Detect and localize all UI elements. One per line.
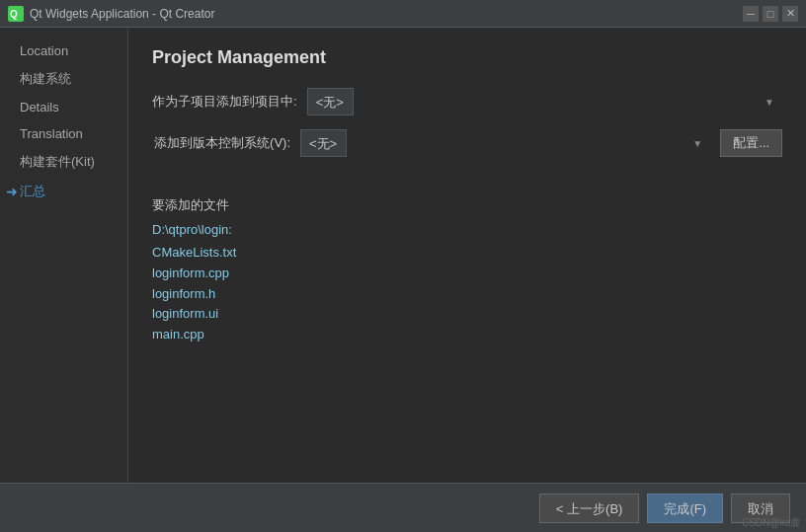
config-button[interactable]: 配置...: [720, 129, 782, 157]
title-bar-left: Q Qt Widgets Application - Qt Creator: [8, 6, 214, 22]
subproject-select-wrapper: <无>: [307, 88, 782, 115]
window-title: Qt Widgets Application - Qt Creator: [30, 7, 214, 21]
main-container: Location 构建系统 Details Translation 构建套件(K…: [0, 28, 806, 483]
form-row-1: 作为子项目添加到项目中: <无>: [152, 88, 782, 115]
maximize-button[interactable]: □: [763, 6, 778, 22]
sidebar-item-build-system[interactable]: 构建系统: [0, 64, 127, 94]
sidebar-item-label: 构建系统: [20, 70, 71, 88]
subproject-select[interactable]: <无>: [307, 88, 354, 115]
prev-button[interactable]: < 上一步(B): [539, 494, 640, 523]
sidebar-item-translation[interactable]: Translation: [0, 120, 127, 147]
sidebar-item-label: Location: [20, 43, 68, 58]
sidebar: Location 构建系统 Details Translation 构建套件(K…: [0, 28, 128, 483]
minimize-button[interactable]: ─: [743, 6, 759, 22]
list-item: loginform.cpp: [152, 264, 782, 284]
sidebar-item-location[interactable]: Location: [0, 38, 127, 64]
form-label-1: 作为子项目添加到项目中:: [152, 93, 297, 111]
app-icon: Q: [8, 6, 24, 22]
files-section: 要添加的文件 D:\qtpro\login: CMakeLists.txt lo…: [152, 196, 782, 345]
vcs-select[interactable]: <无>: [300, 129, 347, 157]
sidebar-item-details[interactable]: Details: [0, 94, 127, 120]
current-arrow-icon: ➜: [6, 184, 18, 199]
sidebar-item-kit[interactable]: 构建套件(Kit): [0, 147, 127, 177]
title-bar-controls: ─ □ ✕: [743, 6, 798, 22]
file-list: CMakeLists.txt loginform.cpp loginform.h…: [152, 243, 782, 345]
file-path: D:\qtpro\login:: [152, 222, 782, 237]
list-item: loginform.ui: [152, 304, 782, 325]
sidebar-item-label: Details: [20, 100, 59, 114]
watermark: CSDN@ka鹿: [742, 516, 800, 530]
page-title: Project Management: [152, 47, 782, 68]
vcs-select-wrapper: <无>: [300, 129, 710, 157]
content-area: Project Management 作为子项目添加到项目中: <无> 添加到版…: [128, 28, 806, 483]
list-item: main.cpp: [152, 325, 782, 345]
sidebar-item-label: 构建套件(Kit): [20, 153, 95, 171]
close-button[interactable]: ✕: [782, 6, 798, 22]
finish-button[interactable]: 完成(F): [647, 494, 723, 523]
sidebar-item-label: 汇总: [20, 183, 45, 200]
sidebar-item-label: Translation: [20, 126, 83, 141]
list-item: loginform.h: [152, 284, 782, 305]
sidebar-item-summary[interactable]: ➜ 汇总: [0, 177, 127, 206]
files-title: 要添加的文件: [152, 196, 782, 214]
form-label-2: 添加到版本控制系统(V):: [152, 134, 290, 152]
title-bar: Q Qt Widgets Application - Qt Creator ─ …: [0, 0, 806, 28]
bottom-bar: < 上一步(B) 完成(F) 取消: [0, 483, 806, 532]
form-row-2: 添加到版本控制系统(V): <无> 配置...: [152, 129, 782, 157]
list-item: CMakeLists.txt: [152, 243, 782, 264]
svg-text:Q: Q: [10, 9, 18, 20]
